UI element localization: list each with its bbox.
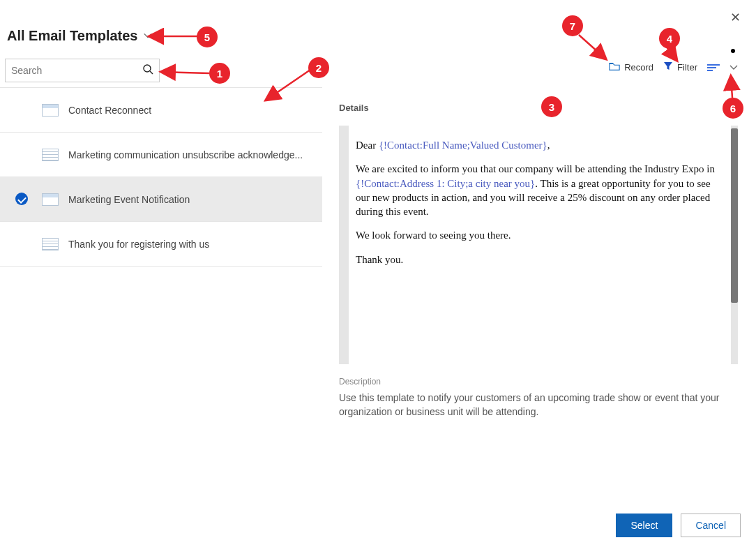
search-icon[interactable]: [142, 63, 153, 77]
preview-salutation: Dear {!Contact:Full Name;Valued Customer…: [356, 138, 723, 152]
list-item[interactable]: Marketing communication unsubscribe ackn…: [0, 133, 322, 177]
toolbar: Record Filter: [609, 61, 738, 73]
preview-area: Dear {!Contact:Full Name;Valued Customer…: [339, 126, 738, 364]
callout-6: 6: [723, 98, 743, 119]
scrollbar-track[interactable]: [731, 126, 738, 364]
chevron-down-icon: [729, 63, 738, 72]
cancel-button[interactable]: Cancel: [681, 514, 741, 537]
callout-2: 2: [308, 57, 329, 78]
callout-4: 4: [659, 28, 680, 49]
text: Dear: [356, 140, 379, 151]
overflow-dot[interactable]: [731, 49, 735, 53]
template-list: Contact Reconnect Marketing communicatio…: [0, 87, 322, 506]
list-item[interactable]: Thank you for registering with us: [0, 222, 322, 267]
details-panel: Details Dear {!Contact:Full Name;Valued …: [322, 87, 756, 484]
search-input-container[interactable]: [5, 59, 160, 82]
callout-1: 1: [209, 63, 230, 84]
template-thumb: [42, 104, 59, 117]
preview-body: Dear {!Contact:Full Name;Valued Customer…: [349, 126, 738, 283]
preview-paragraph: We look forward to seeing you there.: [356, 228, 723, 242]
details-heading: Details: [339, 103, 738, 113]
search-input[interactable]: [11, 65, 142, 76]
select-button[interactable]: Select: [616, 514, 672, 537]
close-icon[interactable]: ✕: [730, 10, 741, 25]
template-thumb: [42, 149, 59, 161]
sort-lines-icon: [707, 63, 720, 72]
placeholder-token: {!Contact:Full Name;Valued Customer}: [379, 140, 547, 151]
list-item-label: Marketing communication unsubscribe ackn…: [68, 149, 303, 160]
text: ,: [547, 140, 550, 151]
list-item-label: Contact Reconnect: [68, 105, 151, 116]
callout-3: 3: [541, 96, 562, 117]
record-label: Record: [624, 62, 653, 73]
description-label: Description: [339, 377, 738, 387]
footer-actions: Select Cancel: [616, 514, 741, 537]
callout-5: 5: [197, 27, 218, 47]
callout-7: 7: [562, 15, 583, 36]
filter-label: Filter: [677, 62, 697, 73]
toolbar-chevron[interactable]: [729, 63, 738, 72]
svg-line-10: [579, 35, 605, 59]
svg-line-1: [150, 71, 153, 74]
svg-line-5: [162, 72, 209, 73]
text: We are excited to inform you that our co…: [356, 163, 715, 174]
scrollbar-thumb[interactable]: [731, 128, 738, 303]
svg-point-0: [144, 65, 151, 72]
sort-button[interactable]: [707, 63, 720, 72]
list-item[interactable]: Contact Reconnect: [0, 88, 322, 133]
preview-paragraph: We are excited to inform you that our co…: [356, 162, 723, 218]
folder-icon: [609, 61, 620, 73]
preview-paragraph: Thank you.: [356, 253, 723, 267]
view-title: All Email Templates: [7, 28, 137, 44]
template-thumb: [42, 193, 59, 206]
description-text: Use this template to notify your custome…: [339, 391, 736, 419]
template-thumb: [42, 238, 59, 250]
filter-button[interactable]: Filter: [663, 61, 697, 73]
list-item-label: Marketing Event Notification: [68, 194, 190, 205]
placeholder-token: {!Contact:Address 1: City;a city near yo…: [356, 178, 535, 189]
view-title-dropdown[interactable]: All Email Templates: [7, 28, 153, 44]
list-item-label: Thank you for registering with us: [68, 239, 209, 250]
filter-icon: [663, 61, 673, 73]
chevron-down-icon: [143, 28, 153, 44]
record-button[interactable]: Record: [609, 61, 653, 73]
list-item[interactable]: Marketing Event Notification: [0, 177, 322, 222]
